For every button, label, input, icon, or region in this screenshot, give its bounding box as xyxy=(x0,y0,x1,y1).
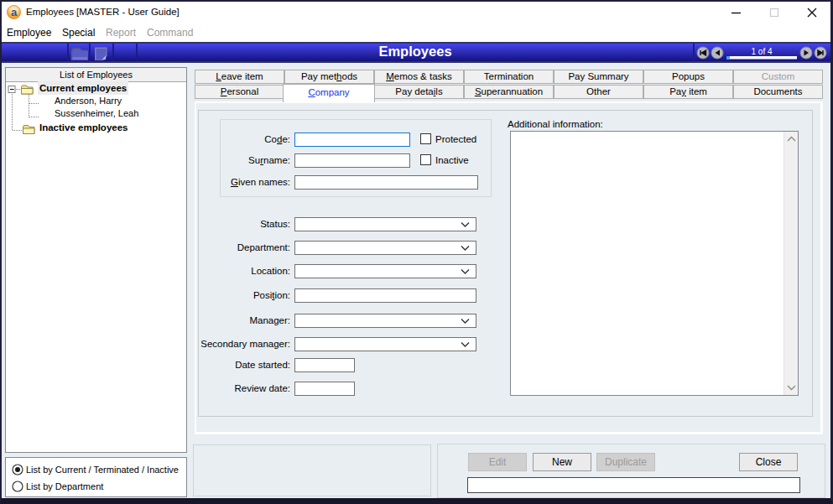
svg-text:1 of 4: 1 of 4 xyxy=(751,47,772,56)
